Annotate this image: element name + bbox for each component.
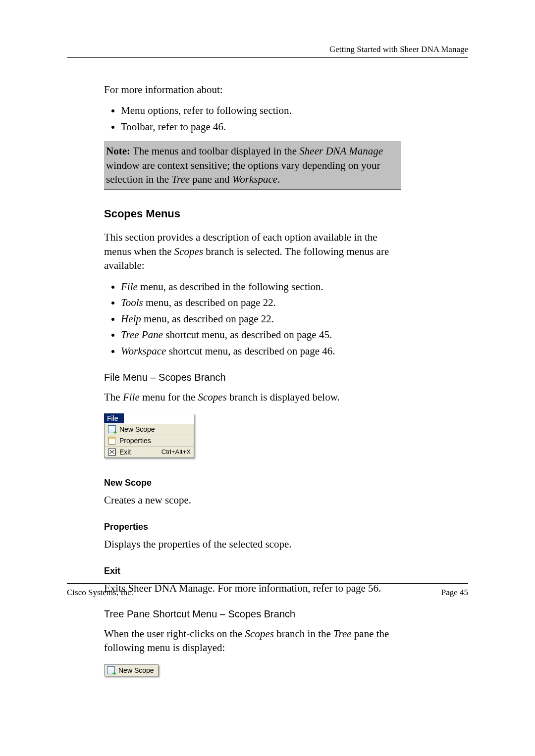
running-head: Getting Started with Sheer DNA Manage bbox=[67, 45, 468, 58]
note-italic: Sheer DNA Manage bbox=[299, 145, 383, 157]
li-italic: File bbox=[121, 281, 138, 293]
menu-item-label: New Scope bbox=[118, 666, 154, 674]
newscope-icon bbox=[107, 425, 116, 433]
li-text: menu, as described in the following sect… bbox=[138, 281, 323, 293]
body-italic: Scopes bbox=[198, 391, 227, 403]
intro-bullets: Menu options, refer to following section… bbox=[104, 102, 401, 135]
body-italic: Tree bbox=[333, 628, 352, 640]
footer-left: Cisco Systems, Inc. bbox=[67, 588, 133, 598]
menu-item-label: Properties bbox=[119, 437, 191, 445]
scopes-bullets: File menu, as described in the following… bbox=[104, 279, 401, 359]
li-italic: Help bbox=[121, 313, 141, 325]
page-footer: Cisco Systems, Inc. Page 45 bbox=[67, 583, 468, 598]
file-menu-screenshot: File New Scope Properties Exit Ctrl+Alt+… bbox=[104, 413, 194, 458]
menu-item-properties[interactable]: Properties bbox=[105, 435, 194, 447]
scopes-intro: This section provides a description of e… bbox=[104, 230, 401, 272]
menu-item-label: Exit bbox=[119, 448, 161, 456]
list-item: Tree Pane shortcut menu, as described on… bbox=[121, 327, 401, 343]
def-body: Displays the properties of the selected … bbox=[104, 537, 401, 551]
list-item: File menu, as described in the following… bbox=[121, 279, 401, 295]
body-text: branch is displayed below. bbox=[227, 391, 340, 403]
li-italic: Tree Pane bbox=[121, 329, 163, 341]
body-text: When the user right-clicks on the bbox=[104, 628, 245, 640]
menu-item-new-scope[interactable]: New Scope bbox=[105, 424, 194, 435]
li-text: shortcut menu, as described on page 46. bbox=[166, 345, 335, 357]
heading-treepane-menu: Tree Pane Shortcut Menu – Scopes Branch bbox=[104, 608, 401, 620]
note-text: . bbox=[277, 173, 280, 185]
properties-icon bbox=[107, 437, 116, 445]
list-item: Help menu, as described on page 22. bbox=[121, 311, 401, 327]
note-italic: Workspace bbox=[232, 173, 277, 185]
menu-panel: New Scope Properties Exit Ctrl+Alt+X bbox=[104, 423, 194, 458]
intro-text: For more information about: bbox=[104, 83, 401, 97]
footer-right: Page 45 bbox=[441, 588, 468, 598]
page-body: Getting Started with Sheer DNA Manage Fo… bbox=[67, 45, 468, 676]
menu-item-exit[interactable]: Exit Ctrl+Alt+X bbox=[105, 447, 194, 457]
list-item: Toolbar, refer to page 46. bbox=[121, 119, 401, 135]
def-heading-exit: Exit bbox=[104, 566, 401, 576]
li-italic: Workspace bbox=[121, 345, 166, 357]
list-item: Menu options, refer to following section… bbox=[121, 102, 401, 119]
body-text: menu for the bbox=[140, 391, 198, 403]
context-menu-item-new-scope[interactable]: New Scope bbox=[104, 664, 159, 676]
exit-icon bbox=[107, 448, 116, 456]
body-italic: Scopes bbox=[174, 246, 203, 257]
heading-scopes-menus: Scopes Menus bbox=[104, 207, 401, 220]
def-heading-new-scope: New Scope bbox=[104, 478, 401, 488]
menu-item-label: New Scope bbox=[119, 425, 191, 433]
menu-title: File bbox=[104, 413, 124, 423]
li-text: shortcut menu, as described on page 45. bbox=[163, 329, 332, 341]
heading-file-menu: File Menu – Scopes Branch bbox=[104, 372, 401, 383]
menu-item-text: Exit bbox=[119, 448, 131, 456]
def-body: Creates a new scope. bbox=[104, 493, 401, 507]
note-label: Note: bbox=[106, 145, 130, 157]
menu-item-accel: Ctrl+Alt+X bbox=[161, 448, 191, 455]
note-italic: Tree bbox=[171, 173, 190, 185]
note-box: Note: The menus and toolbar displayed in… bbox=[104, 142, 401, 190]
body-italic: Scopes bbox=[245, 628, 274, 640]
newscope-icon bbox=[107, 666, 115, 674]
li-text: menu, as described on page 22. bbox=[143, 297, 276, 308]
list-item: Workspace shortcut menu, as described on… bbox=[121, 343, 401, 359]
body-text: The bbox=[104, 391, 123, 403]
li-italic: Tools bbox=[121, 297, 143, 308]
list-item: Tools menu, as described on page 22. bbox=[121, 295, 401, 311]
note-text: The menus and toolbar displayed in the bbox=[130, 145, 299, 157]
body-italic: File bbox=[123, 391, 140, 403]
li-text: menu, as described on page 22. bbox=[141, 313, 274, 325]
treepane-intro: When the user right-clicks on the Scopes… bbox=[104, 627, 401, 655]
note-text: pane and bbox=[190, 173, 232, 185]
body-text: branch in the bbox=[274, 628, 333, 640]
def-heading-properties: Properties bbox=[104, 522, 401, 532]
file-menu-intro: The File menu for the Scopes branch is d… bbox=[104, 390, 401, 404]
